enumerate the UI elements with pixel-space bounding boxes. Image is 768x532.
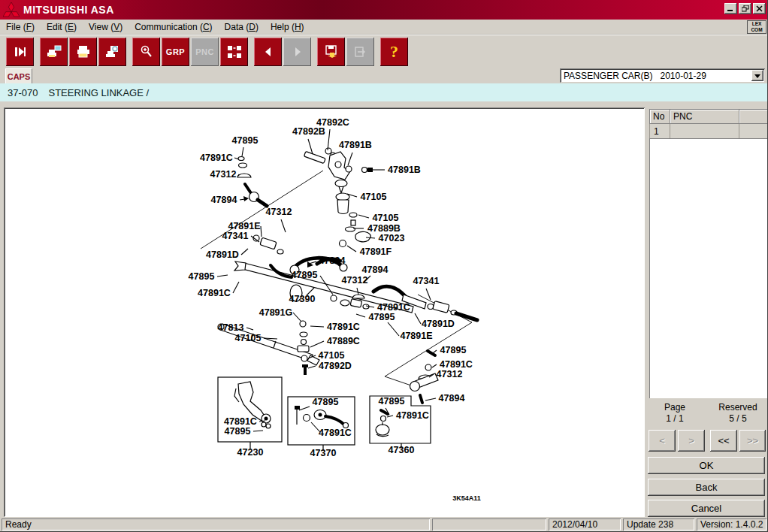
multi-view-button[interactable]	[220, 38, 248, 66]
catalog-select[interactable]: PASSENGER CAR(B) 2010-01-29	[560, 68, 765, 83]
part-number-label: 47891B	[339, 140, 372, 150]
pnc-button: PNC	[191, 38, 219, 66]
part-number-label: 47894	[211, 195, 237, 205]
label-leader-line	[388, 322, 399, 336]
part-number-label: 47312	[210, 169, 237, 180]
label-leader-line	[358, 215, 369, 218]
part-number-label: 47891C	[440, 359, 473, 370]
lexcom-icon: LEX COM	[747, 20, 766, 34]
part-number-label: 47341	[222, 231, 249, 241]
part-number-label: 47895	[379, 396, 405, 407]
grp-button[interactable]: GRP	[162, 38, 189, 66]
side-panel: No PNC 1 Page 1 / 1 Reserved 5	[645, 107, 768, 517]
page-value: 1 / 1	[652, 413, 697, 425]
cancel-button[interactable]: Cancel	[648, 500, 765, 517]
print-icon	[76, 45, 91, 59]
back-button-side[interactable]: Back	[648, 479, 765, 496]
reserved-next-button: >>	[739, 430, 766, 452]
part-number-label: 47891C	[377, 302, 410, 313]
label-leader-line	[426, 289, 431, 300]
menu-edit[interactable]: Edit (E)	[41, 20, 83, 34]
part-number-label: 47891C	[224, 416, 257, 427]
pnc-list-area[interactable]	[649, 138, 768, 398]
menu-file[interactable]: File (F)	[0, 20, 41, 34]
part-number-label: 47105	[361, 192, 387, 202]
label-leader-line	[310, 326, 324, 327]
label-leader-line	[347, 246, 356, 252]
zoom-icon	[140, 45, 153, 59]
label-leader-line	[348, 153, 352, 165]
status-ready: Ready	[2, 518, 430, 530]
menu-bar: File (F) Edit (E) View (V) Communication…	[0, 20, 768, 35]
restore-button[interactable]	[739, 3, 751, 14]
menu-help[interactable]: Help (H)	[265, 20, 310, 34]
print-button[interactable]	[69, 38, 97, 66]
exit-button[interactable]	[6, 38, 34, 66]
menu-view[interactable]: View (V)	[83, 20, 129, 34]
part-number-label: 47895	[369, 312, 395, 322]
save-button[interactable]	[317, 38, 345, 66]
close-button[interactable]	[753, 3, 766, 14]
section-title: STEERING LINKAGE /	[48, 87, 149, 98]
part-number-label: 47889C	[327, 336, 360, 346]
label-leader-line	[415, 313, 421, 324]
reserved-prev-button[interactable]: <<	[710, 430, 737, 452]
mitsubishi-logo-icon	[3, 2, 20, 17]
print-preview-icon	[105, 45, 120, 59]
table-row[interactable]: 1	[650, 124, 768, 139]
ok-button[interactable]: OK	[648, 457, 765, 474]
print-preview-button[interactable]	[98, 38, 126, 66]
minimize-button[interactable]	[724, 3, 737, 14]
back-icon	[262, 46, 274, 58]
pnc-label: PNC	[195, 47, 214, 56]
part-number-label: 47892B	[292, 126, 325, 137]
part-number-label: 47891C	[198, 288, 231, 298]
tab-caps[interactable]: CAPS	[5, 68, 32, 83]
page-next-button: >	[678, 430, 705, 452]
status-version: Version: 1.4.0.2	[697, 518, 766, 530]
back-button[interactable]	[254, 38, 282, 66]
help-label: ?	[390, 42, 398, 62]
part-number-label: 47894	[362, 264, 389, 275]
pnc-row-pnc[interactable]	[670, 124, 739, 139]
part-number-label: 47891E	[400, 331, 432, 341]
part-number-label: 47891C	[200, 153, 233, 163]
part-number-label: 47105	[373, 213, 399, 223]
part-number-label: 47895	[292, 270, 318, 280]
part-number-label: 47894	[439, 393, 465, 404]
part-number-label: 47341	[413, 276, 440, 286]
label-leader-line	[217, 275, 228, 277]
part-number-label: 47312	[342, 275, 368, 286]
zoom-button[interactable]	[132, 38, 160, 66]
label-leader-line	[253, 431, 263, 431]
menu-data[interactable]: Data (D)	[219, 20, 265, 34]
part-number-label: 47230	[237, 447, 264, 458]
pnc-row-extra[interactable]	[739, 124, 768, 139]
chevron-down-icon[interactable]	[751, 70, 763, 81]
grp-label: GRP	[166, 47, 185, 56]
part-number-label: 47360	[389, 445, 415, 455]
label-leader-line	[281, 219, 286, 232]
help-button[interactable]: ?	[380, 38, 408, 66]
filter-bar: CAPS PASSENGER CAR(B) 2010-01-29	[0, 68, 768, 83]
pnc-row-no[interactable]: 1	[650, 124, 670, 139]
page-prev-button: <	[649, 430, 676, 452]
part-number-label: 47892D	[319, 361, 352, 371]
status-blank	[432, 518, 546, 530]
print-setup-button[interactable]	[40, 38, 68, 66]
pager-block: Page 1 / 1 Reserved 5 / 5	[645, 398, 768, 428]
part-number-label: 47895	[225, 426, 251, 437]
label-leader-line	[242, 147, 243, 156]
part-number-label: 47891D	[206, 249, 239, 260]
parts-diagram[interactable]: 47892C47892B47891B47891B4789547891C47312…	[5, 109, 643, 515]
label-leader-line	[233, 282, 239, 293]
part-number-label: 47895	[440, 345, 467, 355]
part-number-label: 47891E	[228, 221, 260, 231]
part-number-label: 47891D	[422, 319, 455, 329]
label-leader-line	[261, 226, 262, 237]
menu-communication[interactable]: Communication (C)	[129, 20, 218, 34]
part-number-label: 47895	[232, 135, 259, 146]
forward-icon	[292, 46, 304, 58]
part-number-label: 47390	[289, 294, 316, 304]
label-leader-line	[293, 313, 301, 322]
